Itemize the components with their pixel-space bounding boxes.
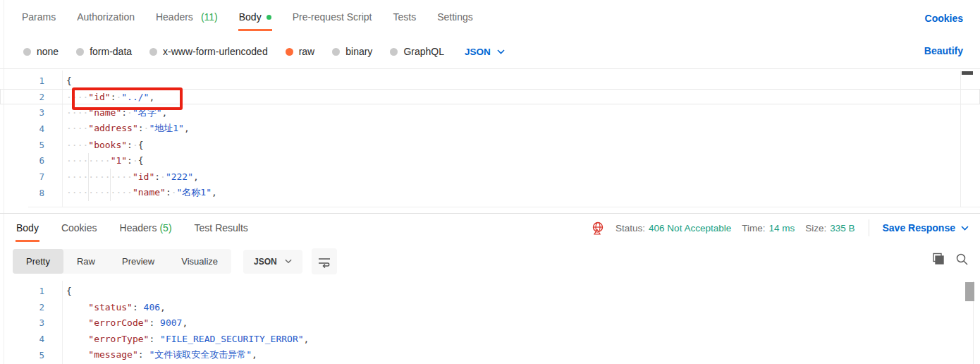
mode-raw[interactable]: raw [286, 46, 315, 57]
mode-urlencoded-label: x-www-form-urlencoded [163, 46, 268, 57]
tab-tests[interactable]: Tests [392, 0, 417, 31]
save-response-button[interactable]: Save Response [883, 222, 969, 233]
chevron-down-icon [497, 49, 505, 54]
mode-x-www-form-urlencoded[interactable]: x-www-form-urlencoded [149, 46, 268, 57]
beautify-link[interactable]: Beautify [924, 45, 963, 56]
line-number: 8 [0, 188, 44, 198]
body-modified-dot-icon [267, 15, 271, 20]
line-number: 4 [0, 334, 44, 344]
radio-icon [390, 48, 398, 56]
request-editor-scrollbar-track [960, 71, 961, 207]
response-tab-cookies-label: Cookies [61, 222, 97, 233]
response-tab-headers-label: Headers [120, 222, 157, 233]
status-label: Status: [615, 223, 645, 233]
code-line[interactable]: 5····"books":·{ [0, 137, 980, 153]
copy-response-button[interactable] [931, 253, 945, 266]
line-number: 3 [0, 107, 44, 118]
code-text: { [66, 75, 72, 86]
line-number: 1 [0, 75, 44, 86]
view-tab-preview[interactable]: Preview [109, 249, 168, 274]
mode-none-label: none [37, 46, 59, 57]
copy-icon [931, 253, 945, 266]
save-response-label: Save Response [883, 222, 956, 233]
raw-language-select[interactable]: JSON [465, 47, 505, 57]
line-number: 1 [0, 286, 44, 296]
headers-count-badge: (11) [201, 11, 218, 23]
tab-authorization-label: Authorization [77, 11, 135, 23]
search-icon [955, 253, 969, 266]
code-line[interactable]: 5 "message": "文件读取安全攻击异常", [0, 347, 980, 363]
size-label: Size: [805, 223, 826, 233]
radio-icon [332, 48, 340, 56]
tab-settings-label: Settings [437, 11, 473, 23]
response-tab-cookies[interactable]: Cookies [61, 213, 98, 242]
response-language-select[interactable]: JSON [243, 250, 302, 274]
code-line[interactable]: 3 "errorCode": 9007, [0, 315, 980, 331]
raw-language-value: JSON [465, 47, 491, 57]
response-tab-test-results-label: Test Results [195, 222, 248, 233]
code-line[interactable]: 7············"id":·"222", [0, 169, 980, 185]
view-tab-pretty[interactable]: Pretty [13, 249, 63, 274]
mode-graphql[interactable]: GraphQL [390, 46, 444, 57]
tab-params[interactable]: Params [21, 0, 56, 31]
code-text: "status": 406, [66, 302, 166, 313]
size-indicator: Size:335 B [805, 223, 855, 233]
response-tab-body[interactable]: Body [16, 213, 39, 242]
tab-body[interactable]: Body [238, 0, 272, 31]
response-headers-count-badge: (5) [159, 222, 171, 233]
mode-none[interactable]: none [23, 46, 59, 57]
body-mode-row: none form-data x-www-form-urlencoded raw… [23, 41, 505, 62]
tab-authorization[interactable]: Authorization [76, 0, 135, 31]
tab-headers-label: Headers [156, 11, 193, 23]
meta-divider [869, 219, 869, 236]
cookies-link[interactable]: Cookies [925, 13, 963, 24]
request-body-editor[interactable]: 1{2····"id":·"../",3····"name":·"名字",4··… [0, 71, 980, 207]
code-line[interactable]: 1{ [0, 73, 980, 89]
response-language-value: JSON [254, 257, 277, 267]
code-line[interactable]: 1{ [0, 283, 980, 299]
tab-headers[interactable]: Headers(11) [155, 0, 219, 31]
code-line[interactable]: 8············"name":·"名称1", [0, 185, 980, 201]
radio-icon [149, 48, 157, 56]
radio-selected-icon [286, 48, 293, 56]
size-value: 335 B [830, 223, 855, 233]
line-number: 4 [0, 123, 44, 134]
code-text: ············"id":·"222", [66, 171, 199, 182]
request-editor-scrollbar-thumb[interactable] [962, 71, 973, 75]
wrap-lines-button[interactable] [312, 248, 337, 274]
response-code-lines: 1{2 "status": 406,3 "errorCode": 9007,4 … [0, 283, 980, 363]
mode-raw-label: raw [299, 46, 315, 57]
response-tab-test-results[interactable]: Test Results [194, 213, 249, 242]
network-error-globe-icon [591, 221, 605, 235]
search-response-button[interactable] [955, 253, 969, 266]
code-text: "message": "文件读取安全攻击异常", [66, 348, 257, 361]
time-value: 14 ms [768, 223, 795, 233]
annotation-highlight-box [72, 87, 183, 110]
radio-icon [23, 48, 31, 56]
line-number: 5 [0, 350, 44, 360]
response-tab-bar: Body Cookies Headers(5) Test Results [16, 213, 249, 242]
mode-graphql-label: GraphQL [403, 46, 444, 57]
tab-settings[interactable]: Settings [436, 0, 474, 31]
tab-body-label: Body [239, 11, 262, 23]
view-tab-raw[interactable]: Raw [63, 249, 109, 274]
code-text: ········"1":·{ [66, 155, 144, 166]
code-line[interactable]: 4 "errorType": "FILE_READ_SECURITY_ERROR… [0, 331, 980, 347]
mode-binary[interactable]: binary [332, 46, 372, 57]
code-text: { [66, 286, 72, 296]
code-line[interactable]: 6········"1":·{ [0, 152, 980, 169]
response-body-editor[interactable]: 1{2 "status": 406,3 "errorCode": 9007,4 … [0, 281, 980, 364]
chevron-down-icon [961, 226, 969, 231]
code-line[interactable]: 2 "status": 406, [0, 299, 980, 315]
code-line[interactable]: 4····"address":·"地址1", [0, 121, 980, 137]
mode-binary-label: binary [345, 46, 372, 57]
line-number: 3 [0, 317, 44, 328]
radio-icon [76, 48, 84, 56]
response-editor-scrollbar-thumb[interactable] [965, 282, 974, 301]
view-tab-visualize[interactable]: Visualize [168, 249, 231, 274]
tab-pre-request-script[interactable]: Pre-request Script [292, 0, 373, 31]
code-text: "errorCode": 9007, [66, 317, 188, 328]
response-tab-headers[interactable]: Headers(5) [119, 213, 173, 242]
mode-form-data[interactable]: form-data [76, 46, 132, 57]
line-number: 2 [0, 302, 44, 313]
